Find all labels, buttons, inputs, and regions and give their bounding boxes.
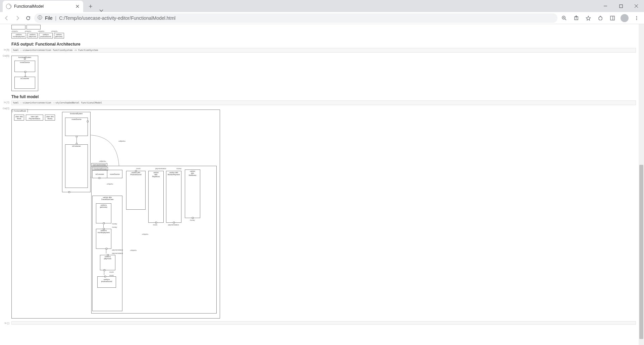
diagram-port <box>87 121 89 122</box>
fg-col: musicSource <box>107 170 122 178</box>
flow-out-label: money <box>112 223 117 225</box>
functional-system-box: functionalSystem musicSource ioCustomer <box>62 112 91 192</box>
svg-point-7 <box>636 16 637 17</box>
code-cell: In [7]: %oml --view=interconnection --st… <box>0 100 644 105</box>
seq-action-box: «action»produceSound <box>97 276 116 288</box>
svg-rect-3 <box>40 17 40 19</box>
box-label: musicSource <box>20 61 30 63</box>
flow-out-label: music <box>109 271 114 273</box>
import-label: «import» <box>51 30 57 32</box>
action-def-box: «action def»PlayMusic <box>148 171 164 223</box>
forward-button[interactable] <box>13 13 22 23</box>
import-label: «import» <box>38 30 44 32</box>
box-label: «action def»PlayMusic <box>152 171 160 178</box>
code-input[interactable] <box>11 321 636 325</box>
box-label: «action»produceSound <box>101 278 112 282</box>
close-tab-icon[interactable] <box>75 4 80 9</box>
box-label: «action»playmusic <box>104 256 111 260</box>
diagram-port <box>76 136 77 137</box>
diagram-port <box>192 217 194 219</box>
flow-in-label: paymentstatus <box>112 252 123 254</box>
seq-action-box: «action»monitorpayment <box>96 229 111 249</box>
box-label: ioCustomer <box>72 145 81 147</box>
connector-line <box>25 73 25 76</box>
section-heading-fas: FAS output: Functional Architecture <box>11 42 644 47</box>
sidepanel-icon[interactable] <box>607 13 618 23</box>
share-icon[interactable] <box>571 13 582 23</box>
object-label: «objects» <box>118 140 125 142</box>
back-button[interactable] <box>2 13 11 23</box>
tab-title: FunctionalModel <box>14 4 75 9</box>
action-def-box: «action def»MonitorPayment <box>166 171 181 223</box>
menu-button[interactable] <box>631 13 642 23</box>
section-heading-full: The full model <box>11 94 644 99</box>
box-label: ioCustomer <box>20 77 29 79</box>
action-box: «action»produceSound <box>39 33 53 39</box>
import-label: «import» <box>107 183 113 185</box>
avatar-icon <box>621 14 629 22</box>
reload-button[interactable] <box>23 13 33 23</box>
browser-tab[interactable]: FunctionalModel <box>3 1 83 12</box>
flow-out-label: paymentstatus <box>112 249 123 251</box>
url-path: C:/Temp/io/usecase-activity-editor/Funct… <box>59 15 175 21</box>
new-tab-button[interactable] <box>86 2 95 11</box>
cell-prompt: In [7]: <box>0 100 11 104</box>
tab-search-button[interactable] <box>95 9 107 12</box>
browser-titlebar: FunctionalModel <box>0 0 644 12</box>
flow-in-label: money <box>112 226 117 228</box>
diagram-port <box>104 276 106 277</box>
maximize-button[interactable] <box>613 0 629 12</box>
import-label: «import» <box>130 249 137 251</box>
action-box: «action»playmusic <box>28 33 38 39</box>
fas-box: musicSource <box>14 61 35 72</box>
output-prompt: Out[7]: <box>0 107 11 110</box>
diagram-port <box>135 170 137 172</box>
cell-prompt: In [ ]: <box>0 321 11 324</box>
box-label: «action»monitorpayment <box>98 229 110 233</box>
scrollbar-thumb[interactable] <box>639 165 643 339</box>
globe-icon <box>6 4 11 9</box>
diagram-port <box>24 58 26 60</box>
diagram-port <box>103 228 105 230</box>
fragment-box <box>11 25 25 29</box>
site-info-icon[interactable] <box>38 15 42 21</box>
svg-point-8 <box>636 17 637 18</box>
box-title: functionalSystem <box>70 113 83 115</box>
code-input[interactable]: %oml --view=interconnection --style=shad… <box>11 100 636 105</box>
functional-groups-box: FunctionalGroups ioCustomer musicSource <box>92 170 122 178</box>
full-model-diagram: «item def»Music «item def»PaymentStatus … <box>11 110 220 319</box>
address-bar[interactable]: File | C:/Temp/io/usecase-activity-edito… <box>34 13 557 23</box>
box-label: «action def»MonitorPayment <box>168 171 180 176</box>
profile-button[interactable] <box>619 13 630 23</box>
bookmark-icon[interactable] <box>583 13 594 23</box>
action-box: «action»monitorpayment <box>11 33 26 39</box>
extensions-icon[interactable] <box>595 13 606 23</box>
svg-rect-0 <box>620 5 623 8</box>
diagram-port <box>99 177 100 179</box>
diagram-port <box>107 254 109 256</box>
svg-point-9 <box>636 19 637 20</box>
io-customer-box: ioCustomer <box>65 144 88 188</box>
import-label: «import» <box>11 30 18 32</box>
diagram-tab: FunctionalModel <box>12 109 28 113</box>
seq-action-box: «action»playmusic <box>100 255 115 270</box>
flow-label: music <box>136 167 141 169</box>
code-input[interactable]: %oml --view=interconnection functionSyst… <box>11 48 636 53</box>
box-label: «action def»GetMoney <box>189 170 196 176</box>
item-def-box: «item def»Money <box>45 115 55 121</box>
vertical-scrollbar[interactable] <box>639 24 644 345</box>
diagram-port <box>68 191 70 193</box>
cell-prompt: In [5]: <box>0 48 11 51</box>
url-scheme: File <box>45 15 53 21</box>
close-window-button[interactable] <box>629 0 644 12</box>
minimize-button[interactable] <box>598 0 613 12</box>
flow-label: money <box>176 167 181 169</box>
diagram-port <box>103 222 105 224</box>
seq-action-box: «action»getmoney <box>96 203 111 223</box>
import-label: «import» <box>142 233 148 235</box>
box-label: «action»getmoney <box>100 204 107 208</box>
svg-point-2 <box>40 16 40 17</box>
diagram-port <box>173 222 175 223</box>
zoom-icon[interactable] <box>559 13 570 23</box>
action-def-box: «action def»GetMoney <box>185 169 200 218</box>
